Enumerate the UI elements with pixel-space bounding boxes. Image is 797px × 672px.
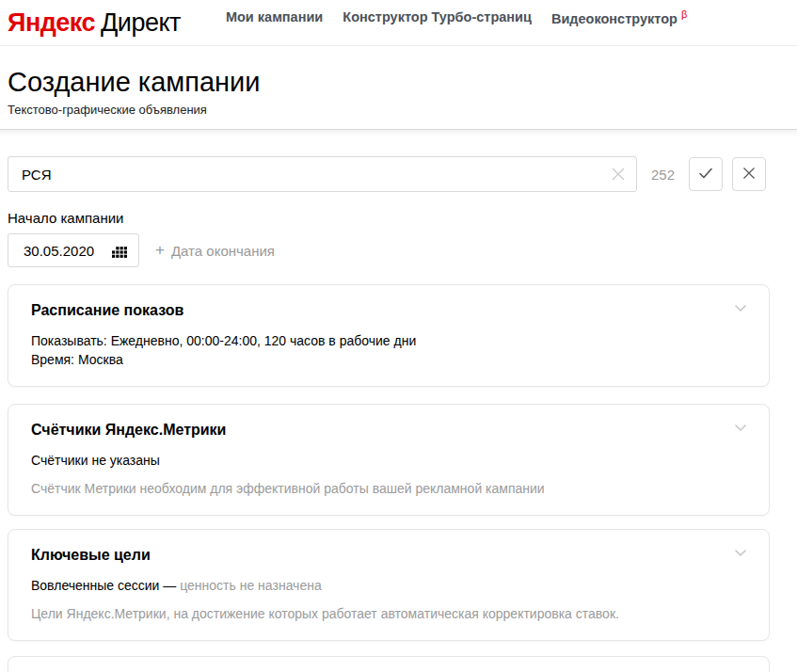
- chevron-down-icon[interactable]: [732, 544, 749, 561]
- nav-video-builder[interactable]: Видеоконструкторβ: [551, 8, 687, 26]
- main-nav: Мои кампании Конструктор Турбо-страниц В…: [226, 8, 687, 26]
- nav-video-builder-label: Видеоконструктор: [551, 10, 677, 25]
- nav-turbo-pages-builder[interactable]: Конструктор Турбо-страниц: [343, 9, 532, 24]
- calendar-icon[interactable]: [112, 245, 127, 262]
- goal-name: Вовлеченные сессии —: [31, 578, 176, 593]
- schedule-line-show: Показывать: Ежедневно, 00:00-24:00, 120 …: [31, 331, 712, 350]
- goals-hint: Цели Яндекс.Метрики, на достижение котор…: [31, 605, 712, 623]
- campaign-form: 252 Начало кампании +Дата окончания: [8, 156, 770, 672]
- card-show-schedule[interactable]: Расписание показов Показывать: Ежедневно…: [8, 284, 770, 387]
- card-show-schedule-title: Расписание показов: [31, 301, 712, 320]
- beta-badge: β: [681, 8, 687, 20]
- clear-input-icon[interactable]: [609, 165, 628, 184]
- campaign-start-row: +Дата окончания: [8, 233, 770, 267]
- top-header: Яндекс Директ Мои кампании Конструктор Т…: [0, 0, 797, 46]
- card-key-goals[interactable]: Ключевые цели Вовлеченные сессии — ценно…: [8, 529, 770, 641]
- yandex-direct-logo[interactable]: Яндекс Директ: [8, 8, 181, 38]
- close-icon: [741, 165, 757, 184]
- campaign-name-row: 252: [8, 156, 770, 192]
- card-strategy[interactable]: Стратегия: [8, 656, 770, 672]
- plus-icon: +: [155, 241, 165, 260]
- card-metrica-counters[interactable]: Счётчики Яндекс.Метрики Счётчики не указ…: [8, 404, 770, 516]
- schedule-line-timezone: Время: Москва: [31, 350, 712, 369]
- metrica-hint: Счётчик Метрики необходим для эффективно…: [31, 480, 712, 498]
- check-icon: [697, 165, 714, 184]
- page-subtitle: Текстово-графические объявления: [8, 103, 789, 117]
- goal-value: ценность не назначена: [180, 578, 322, 593]
- chevron-down-icon[interactable]: [732, 299, 749, 316]
- card-key-goals-title: Ключевые цели: [31, 546, 712, 565]
- chevron-down-icon[interactable]: [732, 419, 749, 436]
- page-head: Создание кампании Текстово-графические о…: [0, 46, 797, 130]
- start-date-input[interactable]: [8, 243, 103, 259]
- logo-product: Директ: [101, 8, 181, 38]
- add-end-date-link[interactable]: +Дата окончания: [155, 241, 275, 260]
- card-metrica-title: Счётчики Яндекс.Метрики: [31, 421, 712, 440]
- campaign-name-input[interactable]: [8, 156, 637, 192]
- page-title: Создание кампании: [8, 67, 789, 98]
- campaign-start-label: Начало кампании: [8, 210, 770, 226]
- campaign-name-input-wrap: [8, 156, 637, 192]
- char-counter: 252: [637, 167, 689, 183]
- logo-brand: Яндекс: [8, 8, 95, 38]
- cancel-button[interactable]: [732, 157, 766, 191]
- date-input-wrap: [8, 233, 139, 267]
- add-end-date-label: Дата окончания: [171, 243, 275, 259]
- confirm-button[interactable]: [689, 157, 723, 191]
- metrica-status: Счётчики не указаны: [31, 451, 712, 470]
- nav-my-campaigns[interactable]: Мои кампании: [226, 9, 323, 24]
- goal-row: Вовлеченные сессии — ценность не назначе…: [31, 576, 712, 595]
